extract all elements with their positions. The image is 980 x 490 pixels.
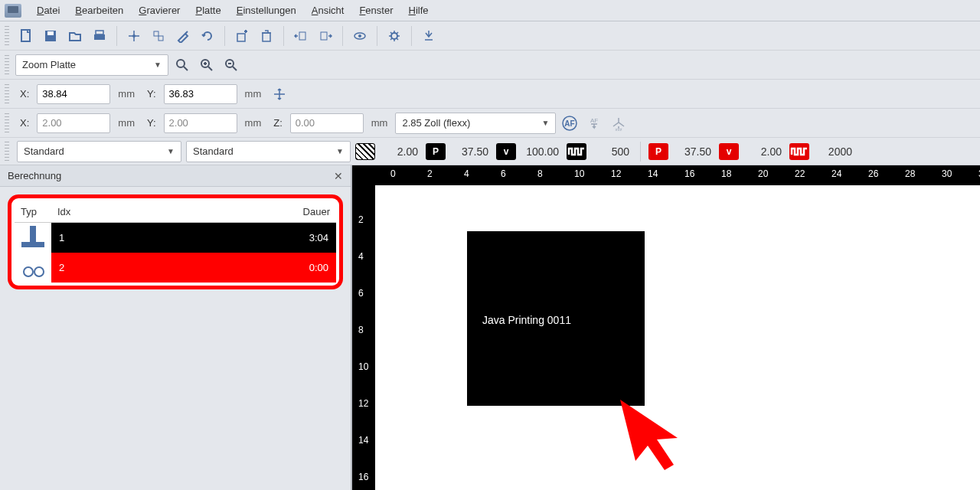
align-button[interactable] [148,25,169,47]
zoom-out-button[interactable] [220,54,242,76]
table-row[interactable]: 20:00 [15,253,336,283]
y-input[interactable] [164,84,237,104]
menu-bearbeiten[interactable]: Bearbeiten [67,2,131,19]
cut-icon [21,256,44,277]
idx-cell: 1 [51,223,163,253]
print-button[interactable] [89,25,110,47]
menu-fenster[interactable]: Fenster [351,2,400,19]
new-button[interactable] [15,25,37,47]
position-move-button[interactable] [269,83,290,105]
svg-rect-3 [96,31,103,34]
toolbar-laser-coords: X: mm Y: mm Z: mm 2.85 Zoll (flexx) ▼ AF… [0,109,980,138]
menu-datei[interactable]: Datei [29,2,67,19]
svg-rect-9 [263,33,270,41]
param-value[interactable]: 37.50 [673,145,714,158]
z-input[interactable] [290,113,364,133]
frequency-icon [789,143,809,160]
toolbar-position: X: mm Y: mm [0,80,980,109]
svg-rect-6 [154,31,158,36]
panel-title: Berechnung [8,170,61,181]
laser-button[interactable] [418,25,439,47]
x2-label: X: [15,117,34,129]
x-label: X: [15,88,34,100]
type-cell [15,253,51,283]
material-right-combo[interactable]: Standard▼ [186,141,351,162]
close-icon[interactable]: ✕ [334,170,343,182]
material-left-label: Standard [24,145,64,157]
separator-icon [377,26,377,46]
param-value[interactable]: 2.00 [380,145,421,158]
autofocus-button[interactable]: AF [559,113,580,134]
svg-point-14 [391,33,397,39]
duration-cell: 0:00 [163,253,336,283]
af-down-button[interactable]: AF [583,113,605,134]
velocity-icon: v [496,143,516,160]
zoom-fit-button[interactable] [172,54,193,76]
svg-text:AF: AF [590,117,598,124]
xyz-button[interactable]: xyz [608,113,629,134]
lens-label: 2.85 Zoll (flexx) [402,117,470,129]
frequency-icon [567,143,586,160]
param-value[interactable]: 37.50 [450,145,492,158]
menu-einstellungen[interactable]: Einstellungen [229,2,304,19]
zoom-combo[interactable]: Zoom Platte ▼ [15,54,168,76]
preview-button[interactable] [349,25,371,47]
col-type: Typ [15,201,51,223]
ruler-corner [352,165,375,185]
pen-button[interactable] [172,25,194,47]
zoom-in-button[interactable] [196,54,217,76]
open-button[interactable] [64,25,86,47]
svg-rect-8 [237,34,245,41]
x-input[interactable] [37,84,110,104]
y2-input[interactable] [164,113,237,133]
chevron-down-icon: ▼ [154,60,162,69]
toolbar-material: Standard▼ Standard▼ 2.00P37.50v100.00500… [0,138,980,165]
separator-icon [342,26,343,46]
rotate-button[interactable] [197,25,218,47]
param-value[interactable]: 500 [591,145,632,158]
move-left-button[interactable] [290,25,312,47]
power-icon: P [426,143,446,160]
material-left-combo[interactable]: Standard▼ [17,141,181,162]
toolbar-zoom: Zoom Platte ▼ [0,51,980,80]
move-right-button[interactable] [315,25,336,47]
hatch-icon [355,143,375,160]
ruler-horizontal: 02468101214161820222426283032 [375,165,980,185]
y2-label: Y: [142,117,161,129]
app-icon [5,4,21,18]
save-button[interactable] [40,25,61,47]
y2-unit: mm [240,117,266,129]
separator-icon [116,26,117,46]
x2-input[interactable] [37,113,110,133]
engrave-icon [21,226,44,247]
main-area: Berechnung ✕ Typ Idx Dauer 13:0420:00 02… [0,165,980,490]
svg-text:AF: AF [565,119,575,128]
snap-button[interactable] [123,25,145,47]
lens-combo[interactable]: 2.85 Zoll (flexx) ▼ [395,113,556,134]
delete-button[interactable] [256,25,277,47]
param-value[interactable]: 100.00 [521,145,562,158]
menu-hilfe[interactable]: Hilfe [401,2,436,19]
x2-unit: mm [113,117,139,129]
param-value[interactable]: 2000 [814,145,855,158]
grip-icon [5,142,9,162]
zoom-combo-label: Zoom Platte [22,59,76,70]
settings-button[interactable] [384,25,405,47]
chevron-down-icon: ▼ [336,147,344,155]
col-idx: Idx [51,201,163,223]
job-object[interactable]: Java Printing 0011 [467,231,645,406]
panel-header: Berechnung ✕ [0,165,351,187]
svg-rect-0 [21,30,30,41]
grip-icon [5,84,9,104]
canvas[interactable]: Java Printing 0011 [375,185,980,490]
svg-rect-10 [299,32,305,40]
menu-platte[interactable]: Platte [188,2,228,19]
duration-cell: 3:04 [163,223,336,253]
type-cell [15,223,51,253]
menu-gravierer[interactable]: Gravierer [131,2,188,19]
separator-icon [411,26,412,46]
add-layer-button[interactable] [231,25,253,47]
menu-ansicht[interactable]: Ansicht [304,2,352,19]
param-value[interactable]: 2.00 [743,145,785,158]
table-row[interactable]: 13:04 [15,223,336,253]
